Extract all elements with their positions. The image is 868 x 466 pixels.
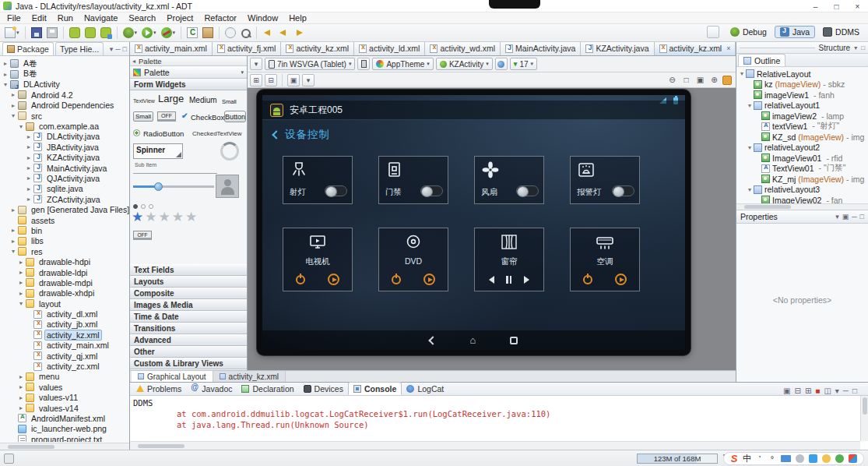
horizontal-scrollbar[interactable] bbox=[130, 441, 860, 450]
display-console-icon[interactable]: ◫ bbox=[824, 387, 831, 395]
close-button[interactable]: × bbox=[847, 0, 868, 12]
expand-arrow-icon[interactable]: ▸ bbox=[25, 154, 33, 161]
outline-item-relativelayout2[interactable]: ▾relativeLayout2 bbox=[736, 143, 868, 154]
device-tile-8[interactable]: 空调 bbox=[570, 228, 640, 291]
outline-item-imageview01[interactable]: ImageView01- rfid bbox=[736, 153, 868, 164]
tree-item-jbactivity-java[interactable]: ▸JBActivity.java bbox=[0, 142, 129, 152]
tree-item-gen-generated-java-files-[interactable]: ▸gen [Generated Java Files] bbox=[0, 204, 129, 214]
device-tile-6[interactable]: DVD bbox=[378, 228, 448, 291]
maximize-view-icon[interactable]: □ bbox=[852, 387, 857, 395]
console-tab-problems[interactable]: Problems bbox=[132, 382, 186, 395]
tree-item-values[interactable]: ▸values bbox=[0, 382, 129, 392]
curtain-pause-button[interactable] bbox=[506, 276, 511, 284]
console-tab-declaration[interactable]: Declaration bbox=[237, 382, 298, 395]
tree-item-drawable-xhdpi[interactable]: ▸drawable-xhdpi bbox=[0, 288, 129, 298]
console-output[interactable]: DDMS at com.android.ddmuilib.logcat.LogC… bbox=[130, 396, 868, 441]
palette-section-composite[interactable]: Composite bbox=[130, 288, 247, 299]
minimize-view-icon[interactable]: ─ bbox=[843, 387, 849, 395]
device-screen[interactable]: 安卓工程005 设备控制 射灯 门禁 风扇 报警灯 bbox=[262, 95, 685, 350]
vertical-scrollbar[interactable] bbox=[860, 396, 868, 441]
show-constraints-button[interactable]: ▾ bbox=[302, 74, 315, 86]
new-wizard-button[interactable]: ▾ bbox=[3, 26, 21, 41]
outline-item-imageview2[interactable]: imageView2- lamp bbox=[736, 111, 868, 122]
sample-checkbox[interactable]: CheckBox bbox=[191, 113, 224, 122]
tray-icon-3[interactable] bbox=[835, 454, 844, 463]
seekbar-thumb[interactable] bbox=[154, 182, 163, 191]
device-tile-5[interactable]: 电视机 bbox=[283, 228, 353, 291]
last-edit-location-button[interactable] bbox=[261, 26, 275, 41]
sample-textview-medium[interactable]: Medium bbox=[189, 96, 217, 104]
tree-item-dlactivity[interactable]: ▾DLActivity bbox=[0, 79, 129, 90]
expand-arrow-icon[interactable]: ▸ bbox=[9, 227, 17, 234]
expand-arrow-icon[interactable]: ▸ bbox=[25, 196, 33, 203]
expand-arrow-icon[interactable]: ▸ bbox=[9, 207, 17, 214]
minimize-view-icon[interactable]: ─ bbox=[115, 45, 120, 53]
toggle-switch[interactable] bbox=[612, 185, 634, 196]
zoom-out-icon[interactable]: ⊖ bbox=[666, 74, 678, 86]
page-tab-activity-kz-xml[interactable]: activity_kz.xml bbox=[213, 371, 286, 382]
perspective-ddms[interactable]: DDMS bbox=[817, 26, 865, 38]
tree-item-values-v14[interactable]: ▸values-v14 bbox=[0, 403, 129, 413]
tree-item-android-dependencies[interactable]: ▸Android Dependencies bbox=[0, 101, 129, 111]
expand-arrow-icon[interactable]: ▾ bbox=[746, 102, 754, 109]
tree-item-layout[interactable]: ▾layout bbox=[0, 298, 129, 309]
tree-item-drawable-hdpi[interactable]: ▸drawable-hdpi bbox=[0, 256, 129, 267]
tree-item-bin[interactable]: ▸bin bbox=[0, 225, 129, 235]
sample-quickcontactbadge[interactable] bbox=[216, 175, 239, 198]
tree-item-android-4-2[interactable]: ▸Android 4.2 bbox=[0, 90, 129, 100]
back-button[interactable] bbox=[276, 26, 290, 41]
sample-small-button[interactable]: Small bbox=[133, 111, 153, 122]
view-menu-icon[interactable]: ▾ bbox=[835, 387, 839, 395]
play-button[interactable] bbox=[423, 274, 435, 285]
avd-manager-button[interactable] bbox=[99, 26, 113, 41]
outline-item-textview01[interactable]: TextView01- "门禁" bbox=[736, 164, 868, 175]
outline-item-relativelayout[interactable]: ▾RelativeLayout bbox=[736, 69, 868, 79]
tree-item-androidmanifest-xml[interactable]: AndroidManifest.xml bbox=[0, 413, 129, 423]
new-java-package-button[interactable] bbox=[201, 26, 215, 41]
orientation-dropdown[interactable] bbox=[357, 58, 370, 70]
device-tile-4[interactable]: 报警灯 bbox=[570, 156, 640, 204]
tree-item-proguard-project-txt[interactable]: proguard-project.txt bbox=[0, 434, 129, 442]
expand-arrow-icon[interactable]: ▾ bbox=[17, 300, 25, 307]
zoom-fit-icon[interactable]: ▣ bbox=[694, 74, 706, 86]
expand-arrow-icon[interactable]: ▸ bbox=[9, 91, 17, 98]
sample-seekbar[interactable] bbox=[133, 185, 214, 188]
ime-chinese-mode[interactable]: 中 bbox=[743, 454, 751, 464]
tree-item-activity-dl-xml[interactable]: activity_dl.xml bbox=[0, 309, 129, 319]
tree-item-com-example-aa[interactable]: ▾com.example.aa bbox=[0, 121, 129, 131]
console-tab-javadoc[interactable]: Javadoc bbox=[186, 382, 237, 395]
print-button[interactable] bbox=[45, 26, 59, 41]
clear-console-icon[interactable]: ▣ bbox=[783, 387, 790, 395]
tree-item-activity-main-xml[interactable]: activity_main.xml bbox=[0, 341, 129, 351]
external-tools-button[interactable]: ▾ bbox=[160, 26, 177, 41]
sample-textview[interactable]: TextView bbox=[133, 98, 155, 104]
editor-tab-activity-wd-xml[interactable]: activity_wd.xml bbox=[425, 42, 501, 55]
expand-arrow-icon[interactable]: ▸ bbox=[25, 175, 33, 182]
tree-item-assets[interactable]: assets bbox=[0, 215, 129, 225]
power-button[interactable] bbox=[583, 275, 592, 284]
locale-dropdown[interactable] bbox=[495, 58, 508, 70]
tray-icon-4[interactable] bbox=[849, 454, 857, 463]
expand-arrow-icon[interactable]: ▸ bbox=[17, 383, 25, 390]
device-tile-7[interactable]: 窗帘 bbox=[474, 228, 544, 291]
save-button[interactable] bbox=[30, 26, 44, 41]
tree-item-values-v11[interactable]: ▸values-v11 bbox=[0, 393, 129, 403]
menu-edit[interactable]: Edit bbox=[26, 13, 52, 23]
minimize-button[interactable]: – bbox=[805, 0, 826, 12]
ime-fullwidth[interactable]: ° bbox=[768, 454, 776, 464]
console-tab-console[interactable]: Console bbox=[348, 382, 402, 395]
expand-arrow-icon[interactable]: ▸ bbox=[2, 71, 9, 78]
snap-to-grid-button[interactable]: ▣ bbox=[287, 74, 300, 86]
zoom-in-icon[interactable]: ⊕ bbox=[708, 74, 720, 86]
expand-arrow-icon[interactable]: ▸ bbox=[17, 404, 25, 411]
tree-item-dlactivity-java[interactable]: ▸DLActivity.java bbox=[0, 132, 129, 142]
palette-section-layouts[interactable]: Layouts bbox=[130, 276, 247, 288]
tree-item-ic-launcher-web-png[interactable]: ic_launcher-web.png bbox=[0, 424, 129, 434]
expand-arrow-icon[interactable]: ▾ bbox=[2, 81, 9, 88]
show-includes-button[interactable]: ⊞ bbox=[250, 74, 262, 86]
tree-item-kzactivity-java[interactable]: ▸KZActivity.java bbox=[0, 153, 129, 163]
show-layout-button[interactable]: ⊟ bbox=[265, 74, 277, 86]
sample-checkedtextview[interactable]: CheckedTextView bbox=[192, 130, 241, 137]
outline-item-kz_mj[interactable]: KZ_mj(ImageView)- img bbox=[736, 174, 868, 185]
device-tile-1[interactable]: 射灯 bbox=[283, 156, 353, 204]
